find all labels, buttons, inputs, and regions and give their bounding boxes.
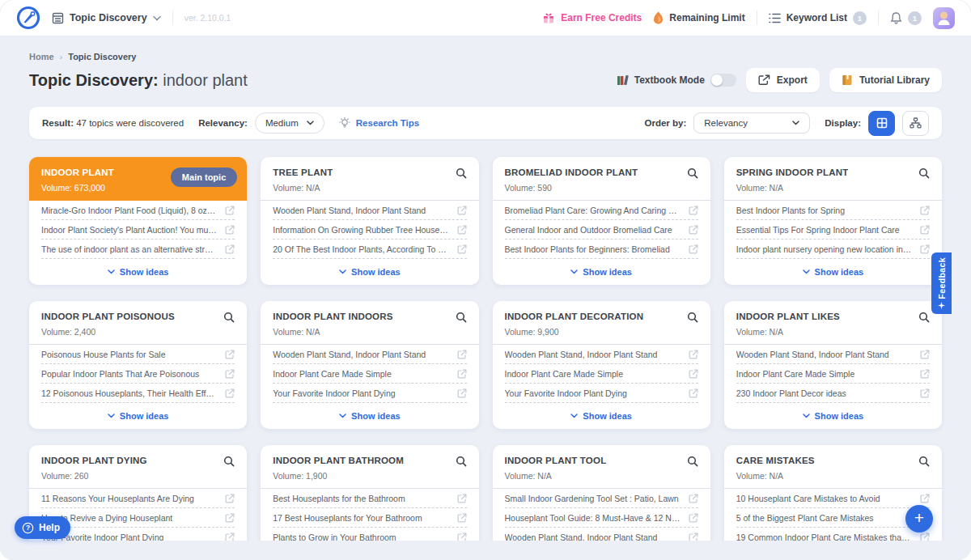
external-link-icon[interactable] xyxy=(457,513,467,523)
add-topic-fab[interactable]: + xyxy=(905,505,933,532)
external-link-icon[interactable] xyxy=(920,350,930,359)
external-link-icon[interactable] xyxy=(689,206,698,215)
remaining-limit-link[interactable]: Remaining Limit xyxy=(653,11,744,24)
external-link-icon[interactable] xyxy=(920,532,930,541)
help-button[interactable]: ? Help xyxy=(15,516,70,539)
external-link-icon[interactable] xyxy=(457,494,467,503)
search-icon[interactable] xyxy=(223,456,235,467)
idea-link-row[interactable]: Indoor Plant Care Made Simple xyxy=(505,364,698,384)
search-icon[interactable] xyxy=(918,456,930,467)
idea-link-row[interactable]: Information On Growing Rubber Tree House… xyxy=(273,220,466,240)
show-ideas-button[interactable]: Show ideas xyxy=(493,403,710,429)
external-link-icon[interactable] xyxy=(920,206,930,215)
idea-link-row[interactable]: Best Indoor Plants for Spring xyxy=(736,201,930,220)
show-ideas-button[interactable]: Show ideas xyxy=(29,259,247,285)
search-icon[interactable] xyxy=(223,312,235,323)
show-ideas-button[interactable]: Show ideas xyxy=(724,259,942,285)
idea-link-row[interactable]: Poisonous House Plants for Sale xyxy=(41,345,235,364)
search-icon[interactable] xyxy=(687,312,698,323)
idea-link-row[interactable]: Wooden Plant Stand, Indoor Plant Stand xyxy=(736,345,930,364)
idea-link-row[interactable]: Bromeliad Plant Care: Growing And Caring… xyxy=(505,201,698,220)
external-link-icon[interactable] xyxy=(689,513,698,523)
external-link-icon[interactable] xyxy=(920,494,930,503)
external-link-icon[interactable] xyxy=(225,388,235,398)
idea-link-row[interactable]: 230 Indoor Plant Decor ideas xyxy=(736,384,930,403)
external-link-icon[interactable] xyxy=(457,388,467,398)
user-avatar[interactable] xyxy=(933,7,955,29)
show-ideas-button[interactable]: Show ideas xyxy=(493,259,710,285)
idea-link-row[interactable]: Indoor Plant Care Made Simple xyxy=(736,364,930,384)
external-link-icon[interactable] xyxy=(689,225,698,235)
external-link-icon[interactable] xyxy=(225,350,235,359)
show-ideas-button[interactable]: Show ideas xyxy=(261,259,478,285)
display-tree-button[interactable] xyxy=(902,111,929,136)
external-link-icon[interactable] xyxy=(225,494,235,503)
external-link-icon[interactable] xyxy=(920,388,930,398)
feedback-tab[interactable]: Feedback xyxy=(931,252,952,314)
external-link-icon[interactable] xyxy=(689,388,698,398)
external-link-icon[interactable] xyxy=(225,532,235,541)
external-link-icon[interactable] xyxy=(920,244,930,254)
idea-link-row[interactable]: 19 Common Indoor Plant Care Mistakes tha… xyxy=(736,528,930,541)
idea-link-row[interactable]: Best Indoor Plants for Beginners: Bromel… xyxy=(505,240,698,259)
idea-link-row[interactable]: Miracle-Gro Indoor Plant Food (Liquid), … xyxy=(41,201,235,220)
search-icon[interactable] xyxy=(687,456,698,467)
idea-link-row[interactable]: The use of indoor plant as an alternativ… xyxy=(41,240,235,259)
search-icon[interactable] xyxy=(918,168,930,179)
idea-link-row[interactable]: How to Revive a Dying Houseplant xyxy=(41,508,235,528)
external-link-icon[interactable] xyxy=(225,225,235,235)
external-link-icon[interactable] xyxy=(689,532,698,541)
research-tips-link[interactable]: Research Tips xyxy=(339,117,419,129)
idea-link-row[interactable]: Plants to Grow in Your Bathroom xyxy=(273,528,466,541)
textbook-mode-toggle[interactable] xyxy=(710,74,736,87)
external-link-icon[interactable] xyxy=(225,369,235,379)
order-by-select[interactable]: Relevancy xyxy=(693,112,810,134)
search-icon[interactable] xyxy=(456,168,467,179)
idea-link-row[interactable]: Your Favorite Indoor Plant Dying xyxy=(273,384,466,403)
idea-link-row[interactable]: Small Indoor Gardening Tool Set : Patio,… xyxy=(505,489,698,508)
external-link-icon[interactable] xyxy=(225,206,235,215)
external-link-icon[interactable] xyxy=(457,350,467,359)
external-link-icon[interactable] xyxy=(457,532,467,541)
external-link-icon[interactable] xyxy=(920,369,930,379)
idea-link-row[interactable]: Essential Tips For Spring Indoor Plant C… xyxy=(736,220,930,240)
external-link-icon[interactable] xyxy=(689,494,698,503)
idea-link-row[interactable]: Your Favorite Indoor Plant Dying xyxy=(505,384,698,403)
search-icon[interactable] xyxy=(456,456,467,467)
topic-discovery-menu[interactable]: Topic Discovery xyxy=(52,12,161,24)
breadcrumb-home-link[interactable]: Home xyxy=(29,52,54,62)
external-link-icon[interactable] xyxy=(225,244,235,254)
tutorial-library-button[interactable]: Tutorial Library xyxy=(829,68,942,92)
external-link-icon[interactable] xyxy=(689,369,698,379)
show-ideas-button[interactable]: Show ideas xyxy=(724,403,942,429)
external-link-icon[interactable] xyxy=(457,369,467,379)
external-link-icon[interactable] xyxy=(457,206,467,215)
idea-link-row[interactable]: Houseplant Tool Guide: 8 Must-Have & 12 … xyxy=(505,508,698,528)
external-link-icon[interactable] xyxy=(457,225,467,235)
keyword-list-link[interactable]: Keyword List 1 xyxy=(769,11,867,25)
idea-link-row[interactable]: Wooden Plant Stand, Indoor Plant Stand xyxy=(273,345,466,364)
external-link-icon[interactable] xyxy=(689,350,698,359)
show-ideas-button[interactable]: Show ideas xyxy=(29,403,247,429)
idea-link-row[interactable]: Indoor Plant Care Made Simple xyxy=(273,364,466,384)
relevancy-select[interactable]: Medium xyxy=(255,112,324,134)
idea-link-row[interactable]: Indoor Plant Society's Plant Auction! Yo… xyxy=(41,220,235,240)
notifications-button[interactable]: 1 xyxy=(890,11,922,25)
external-link-icon[interactable] xyxy=(225,513,235,523)
idea-link-row[interactable]: 5 of the Biggest Plant Care Mistakes xyxy=(736,508,930,528)
external-link-icon[interactable] xyxy=(457,244,467,254)
export-button[interactable]: Export xyxy=(746,68,820,92)
idea-link-row[interactable]: Wooden Plant Stand, Indoor Plant Stand xyxy=(505,345,698,364)
search-icon[interactable] xyxy=(456,312,467,323)
show-ideas-button[interactable]: Show ideas xyxy=(261,403,478,429)
idea-link-row[interactable]: Your Favorite Indoor Plant Dying xyxy=(41,528,235,541)
search-icon[interactable] xyxy=(918,312,930,323)
external-link-icon[interactable] xyxy=(689,244,698,254)
idea-link-row[interactable]: Best Houseplants for the Bathroom xyxy=(273,489,466,508)
earn-free-credits-link[interactable]: Earn Free Credits xyxy=(542,11,642,24)
idea-link-row[interactable]: Indoor plant nursery opening new locatio… xyxy=(736,240,930,259)
idea-link-row[interactable]: 17 Best Houseplants for Your Bathroom xyxy=(273,508,466,528)
idea-link-row[interactable]: Wooden Plant Stand, Indoor Plant Stand xyxy=(505,528,698,541)
idea-link-row[interactable]: Wooden Plant Stand, Indoor Plant Stand xyxy=(273,201,466,220)
app-logo-icon[interactable] xyxy=(16,6,40,30)
